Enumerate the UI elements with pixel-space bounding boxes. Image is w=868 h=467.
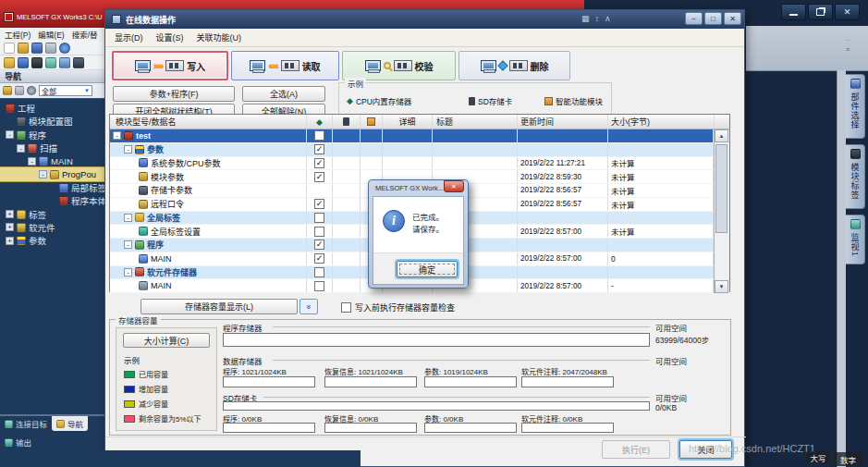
tree-item-label[interactable]: 标签 (0, 207, 104, 220)
tree-item-program-body[interactable]: 程序本体 (0, 194, 104, 207)
checkbox[interactable] (314, 158, 324, 168)
save-icon[interactable] (31, 43, 43, 54)
dock-tab-module-label[interactable]: 模块标签 (846, 144, 865, 209)
dock-tab-element-selection[interactable]: 部件选择 (846, 74, 865, 139)
execute-button[interactable]: 执行(E) (602, 440, 670, 459)
header-updated[interactable]: 更新时间 (518, 115, 608, 129)
close-button[interactable]: ✕ (724, 12, 741, 25)
expand-icon[interactable] (6, 223, 14, 231)
expand-icon[interactable] (6, 130, 14, 139)
checkbox[interactable] (314, 213, 324, 223)
checkbox[interactable] (314, 130, 324, 141)
tab-verify[interactable]: 校验 (342, 51, 456, 80)
tree-item-local-label[interactable]: 局部标签 (0, 181, 104, 194)
expand-icon[interactable] (28, 157, 36, 166)
expand-icon[interactable] (6, 237, 14, 245)
capacity-check-checkbox[interactable] (341, 302, 351, 313)
checkbox[interactable] (314, 267, 324, 277)
tree-item-program[interactable]: 程序 (0, 129, 104, 141)
window-cascade-icon[interactable] (59, 57, 70, 68)
find-binoculars-icon[interactable] (73, 57, 84, 68)
expand-icon[interactable] (39, 170, 47, 178)
minimize-button[interactable] (781, 4, 806, 20)
header-name[interactable]: 模块型号/数据名 (110, 115, 307, 129)
close-button[interactable]: ✕ (835, 4, 860, 20)
dialog-titlebar[interactable]: 在线数据操作 ▦ ↕ ∧ − □ ✕ (105, 10, 744, 29)
tab-write[interactable]: »» 写入 (112, 51, 228, 80)
menu-settings[interactable]: 设置(S) (156, 31, 184, 43)
nav-filter-select[interactable]: 全部 ▼ (39, 85, 92, 96)
collapse-icon[interactable]: ∧ (605, 14, 611, 23)
expand-tree-icon[interactable] (15, 86, 24, 95)
menu-display[interactable]: 显示(D) (115, 31, 143, 43)
menu-edit[interactable]: 编辑(E) (38, 29, 64, 40)
resize-icon[interactable]: ↕ (595, 14, 600, 23)
checkbox[interactable] (314, 240, 324, 250)
save-all-icon[interactable] (18, 57, 29, 68)
expand-icon[interactable] (124, 145, 132, 154)
tree-item-parameter[interactable]: 参数 (0, 234, 104, 247)
expand-icon[interactable] (113, 131, 121, 140)
maximize-button[interactable]: □ (704, 12, 722, 25)
tab-navigation[interactable]: 导航 (52, 416, 88, 431)
checkbox[interactable] (314, 199, 324, 209)
tab-read[interactable]: «« 读取 (231, 51, 339, 80)
ok-button[interactable]: 确定 (397, 261, 458, 277)
header-title[interactable]: 标题 (433, 115, 518, 129)
chevron-double-down-icon[interactable]: » (300, 299, 318, 314)
tree-item-progpou[interactable]: ProgPou (0, 167, 104, 180)
help-icon[interactable] (59, 43, 70, 54)
expand-icon[interactable] (124, 214, 132, 222)
checkbox[interactable] (314, 281, 324, 291)
param-program-button[interactable]: 参数+程序(F) (113, 86, 235, 102)
dock-splitter[interactable] (837, 70, 846, 467)
tab-connection-target[interactable]: 连接目标 (0, 416, 52, 431)
tree-item-device[interactable]: 软元件 (0, 221, 104, 234)
open-file-icon[interactable] (18, 43, 29, 54)
checkbox[interactable] (314, 172, 324, 182)
header-size[interactable]: 大小(字节) (608, 115, 715, 129)
restore-button[interactable] (808, 4, 833, 20)
close-icon[interactable]: ✕ (444, 180, 464, 192)
dock-tab-watch-1[interactable]: 监视1 (846, 215, 865, 264)
expand-icon[interactable] (17, 144, 25, 153)
tree-item-module-config[interactable]: 模块配置图 (0, 115, 104, 128)
checkbox[interactable] (314, 144, 324, 154)
tree-item-main[interactable]: MAIN (0, 154, 104, 167)
tab-output[interactable]: 输出 (0, 435, 104, 449)
module-chip-icon[interactable] (31, 57, 43, 68)
new-file-icon[interactable] (4, 43, 15, 54)
expand-icon[interactable] (6, 210, 14, 218)
scroll-down-icon[interactable]: ▼ (715, 280, 728, 293)
size-calc-button[interactable]: 大小计算(C) (123, 333, 210, 348)
header-sd-card[interactable] (333, 115, 361, 129)
table-row[interactable]: 系统参数/CPU参数 2019/2/22 11:27:21未计算 (110, 157, 714, 171)
checkbox[interactable] (314, 227, 324, 237)
header-intelligent[interactable] (361, 115, 383, 129)
menu-related-functions[interactable]: 关联功能(U) (197, 31, 242, 43)
window-split-icon[interactable] (45, 57, 56, 68)
print-icon[interactable] (45, 43, 56, 54)
collapse-tree-icon[interactable] (3, 86, 12, 95)
minimize-button[interactable]: − (685, 12, 703, 25)
tab-delete[interactable]: 删除 (458, 51, 570, 80)
tree-item-project[interactable]: 工程 (0, 102, 104, 115)
scrollbar-thumb[interactable] (715, 144, 727, 233)
table-scrollbar[interactable]: ▲ ▼ (714, 129, 729, 293)
menu-search[interactable]: 搜索/替 (72, 29, 98, 40)
checkbox[interactable] (314, 253, 324, 264)
header-detail[interactable]: 详细 (383, 115, 433, 129)
gear-icon[interactable] (27, 86, 36, 95)
tree-view-icon[interactable] (4, 57, 15, 68)
memory-capacity-display-button[interactable]: 存储器容量显示(L) (141, 299, 298, 314)
table-row[interactable]: test (110, 129, 714, 143)
select-all-button[interactable]: 全选(A) (242, 86, 325, 102)
grid-icon[interactable]: ▦ (581, 14, 590, 23)
scroll-up-icon[interactable]: ▲ (715, 129, 728, 142)
table-row[interactable]: 参数 (110, 143, 714, 157)
tree-item-scan[interactable]: 扫描 (0, 141, 104, 154)
header-cpu-memory[interactable]: ◆ (307, 115, 333, 129)
expand-icon[interactable] (124, 240, 132, 249)
expand-icon[interactable] (124, 268, 132, 277)
menu-project[interactable]: 工程(P) (5, 29, 31, 40)
